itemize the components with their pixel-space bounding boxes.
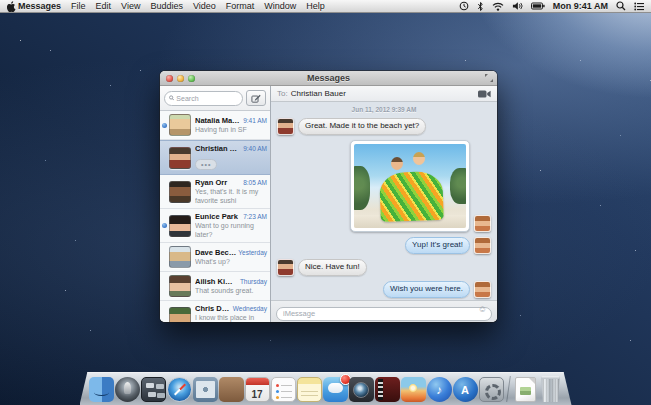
dock-imovie-icon[interactable] [375,377,400,402]
conversation-preview: Having fun in SF [195,126,267,135]
conversation-preview: Want to go running later? [195,222,267,239]
window-title: Messages [160,71,497,85]
bluetooth-icon[interactable] [477,1,484,12]
conversation-time: 9:41 AM [243,117,267,124]
conversation-name: Eunice Park [195,212,241,221]
incoming-message: Great. Made it to the beach yet? [277,118,491,135]
compose-icon [251,94,261,103]
dock-mission-control-icon[interactable] [141,377,166,402]
battery-icon[interactable] [531,2,545,10]
my-avatar [474,237,491,254]
dock-photo-booth-icon[interactable] [349,377,374,402]
dock-system-preferences-icon[interactable] [479,377,504,402]
recipient-name[interactable]: Christian Bauer [291,89,346,98]
sidebar-toolbar [160,86,270,111]
conversation-time: 8:05 AM [243,179,267,186]
menu-items: MessagesFileEditViewBuddiesVideoFormatWi… [18,0,325,13]
search-input[interactable] [176,95,238,102]
conversation-sidebar: Natalia Maric9:41 AMHaving fun in SFChri… [160,86,271,322]
menu-format[interactable]: Format [226,0,255,13]
conversation-time: Wednesday [233,305,267,312]
menu-file[interactable]: File [71,0,86,13]
conversation-name: Christian Bauer [195,144,241,153]
message-input-bar: ☺ [271,300,497,322]
spotlight-icon[interactable] [616,1,626,11]
menu-messages[interactable]: Messages [18,0,61,13]
conversation-christian-bauer[interactable]: Christian Bauer9:40 AM••• [160,140,270,175]
menu-video[interactable]: Video [193,0,216,13]
dock-finder-icon[interactable] [89,377,114,402]
conversation-time: Thursday [240,278,267,285]
wifi-icon[interactable] [492,2,504,11]
message-bubble: Great. Made it to the beach yet? [298,118,426,135]
time-machine-icon[interactable] [459,1,469,11]
conversation-ryan-orr[interactable]: Ryan Orr8:05 AMYes, that's it. It is my … [160,175,270,209]
fullscreen-button[interactable] [485,74,493,82]
dock: 17♪A [80,372,572,405]
calendar-day: 17 [246,389,269,400]
beach-photo [354,144,466,228]
conversation-name: Dave Becker [195,248,236,257]
typing-indicator: ••• [195,159,217,170]
my-avatar [474,281,491,298]
menu-bar-clock[interactable]: Mon 9:41 AM [553,1,608,11]
date-header: Jun 11, 2012 9:39 AM [277,106,491,113]
photo-message[interactable] [350,140,470,232]
dock-safari-icon[interactable] [167,377,192,402]
chat-pane: To: Christian Bauer Jun 11, 2012 9:39 AM… [271,86,497,322]
menu-window[interactable]: Window [264,0,296,13]
dock-calendar-icon[interactable]: 17 [245,377,270,402]
message-bubble: Nice. Have fun! [298,259,367,276]
outgoing-message [277,140,491,232]
dock-messages-icon[interactable] [323,377,348,402]
imessage-input[interactable] [276,307,492,321]
conversation-name: Ailish Kimber [195,277,238,286]
compose-button[interactable] [246,90,266,106]
search-field[interactable] [164,91,243,106]
conversation-eunice-park[interactable]: Eunice Park7:23 AMWant to go running lat… [160,209,270,243]
conversation-name: Natalia Maric [195,116,241,125]
message-transcript: Jun 11, 2012 9:39 AM Great. Made it to t… [271,102,497,300]
avatar [169,275,191,297]
menu-buddies[interactable]: Buddies [150,0,183,13]
dock-downloads-icon[interactable] [515,377,536,402]
conversation-chris-devilla[interactable]: Chris DeVilla...WednesdayI know this pla… [160,301,270,322]
recipient-avatar [277,259,294,276]
dock-trash-icon[interactable] [540,376,561,402]
conversation-time: 7:23 AM [243,213,267,220]
window-titlebar[interactable]: Messages [160,71,497,86]
conversation-preview: That sounds great. [195,287,267,296]
emoji-picker-icon[interactable]: ☺ [478,303,487,316]
avatar [169,147,191,169]
incoming-message: Nice. Have fun! [277,259,491,276]
conversation-preview: I know this place in Noe Valley [195,314,267,322]
dock-reminders-icon[interactable] [271,377,296,402]
dock-notes-icon[interactable] [297,377,322,402]
dock-separator [506,376,511,402]
message-bubble: Yup! It's great! [405,237,470,254]
messages-window: Messages Natalia Maric9:41 AMHaving fun … [160,71,497,322]
menu-bar: MessagesFileEditViewBuddiesVideoFormatWi… [0,0,651,13]
apple-menu-icon[interactable] [7,1,16,12]
recipient-bar: To: Christian Bauer [271,86,497,102]
dock-iphoto-icon[interactable] [401,377,426,402]
avatar [169,181,191,203]
conversation-dave-becker[interactable]: Dave BeckerYesterdayWhat's up? [160,243,270,272]
message-bubble: Wish you were here. [383,281,470,298]
menu-view[interactable]: View [121,0,140,13]
conversation-name: Chris DeVilla... [195,304,231,313]
notification-center-icon[interactable] [634,2,644,11]
outgoing-message: Wish you were here.Delivered [277,281,491,300]
conversation-ailish-kimber[interactable]: Ailish KimberThursdayThat sounds great. [160,272,270,301]
volume-icon[interactable] [512,1,523,11]
video-call-button[interactable] [478,90,491,98]
dock-launchpad-icon[interactable] [115,377,140,402]
menu-edit[interactable]: Edit [96,0,112,13]
dock-itunes-icon[interactable]: ♪ [427,377,452,402]
dock-mail-icon[interactable] [193,377,218,402]
conversation-time: Yesterday [238,249,267,256]
menu-help[interactable]: Help [306,0,325,13]
conversation-natalia-maric[interactable]: Natalia Maric9:41 AMHaving fun in SF [160,111,270,140]
dock-contacts-icon[interactable] [219,377,244,402]
dock-app-store-icon[interactable]: A [453,377,478,402]
